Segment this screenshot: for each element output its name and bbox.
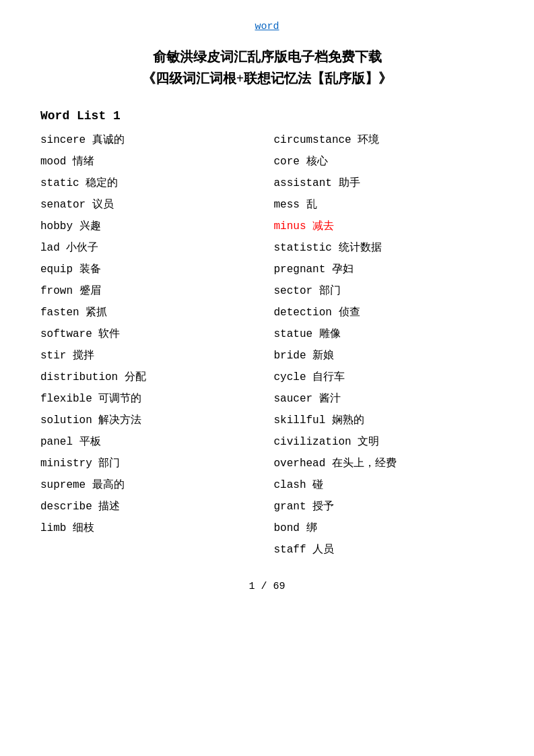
vocab-chinese: 搅拌 (73, 350, 94, 362)
vocab-chinese: 绑 (306, 522, 317, 534)
word-list-title: Word List 1 (40, 109, 494, 123)
vocab-english: solution (40, 414, 92, 427)
vocab-chinese: 碰 (312, 479, 323, 491)
vocab-chinese: 议员 (92, 199, 114, 211)
vocab-chinese: 人员 (312, 544, 334, 556)
vocab-english: minus (274, 220, 306, 232)
vocab-english: staff (274, 544, 306, 556)
vocab-item: saucer 酱汁 (274, 388, 494, 410)
vocab-english: statistic (274, 242, 332, 254)
vocab-item: supreme 最高的 (40, 474, 261, 496)
vocab-chinese: 自行车 (312, 371, 345, 383)
vocab-chinese: 统计数据 (339, 242, 382, 254)
vocab-item: senator 议员 (40, 194, 261, 216)
vocab-chinese: 平板 (79, 436, 101, 448)
vocab-chinese: 最高的 (92, 479, 125, 491)
vocab-english: saucer (274, 393, 313, 405)
vocab-english: ministry (40, 458, 92, 470)
vocab-english: assistant (274, 177, 332, 189)
vocab-item: bond 绑 (274, 517, 494, 539)
vocab-item: minus 减去 (274, 216, 494, 237)
vocab-item (40, 539, 261, 561)
vocab-chinese: 兴趣 (79, 220, 101, 232)
vocab-chinese: 核心 (306, 156, 328, 168)
vocab-item: bride 新娘 (274, 345, 494, 367)
vocab-item: assistant 助手 (274, 172, 494, 194)
vocab-item: describe 描述 (40, 496, 261, 517)
vocab-english: panel (40, 436, 73, 448)
vocab-item: limb 细枝 (40, 517, 261, 539)
vocab-english: bond (274, 522, 300, 534)
vocab-item: staff 人员 (274, 539, 494, 561)
vocab-chinese: 新娘 (312, 350, 334, 362)
vocab-chinese: 软件 (98, 328, 120, 340)
vocab-item: distribution 分配 (40, 367, 261, 388)
vocab-chinese: 解决方法 (98, 414, 141, 427)
vocab-english: civilization (274, 436, 352, 448)
vocab-english: clash (274, 479, 306, 491)
vocab-chinese: 真诚的 (92, 134, 125, 146)
vocab-item: detection 侦查 (274, 302, 494, 323)
title-block: 俞敏洪绿皮词汇乱序版电子档免费下载 《四级词汇词根+联想记忆法【乱序版】》 (40, 46, 494, 89)
vocab-item: clash 碰 (274, 474, 494, 496)
vocab-chinese: 减去 (312, 220, 334, 232)
vocab-item: grant 授予 (274, 496, 494, 517)
vocab-english: senator (40, 199, 86, 211)
vocab-item: lad 小伙子 (40, 237, 261, 259)
page-number: 1 / 69 (40, 581, 494, 592)
vocab-item: stir 搅拌 (40, 345, 261, 367)
vocab-item: flexible 可调节的 (40, 388, 261, 410)
vocab-item: hobby 兴趣 (40, 216, 261, 237)
vocab-english: skillful (274, 414, 326, 427)
vocab-chinese: 部门 (98, 458, 120, 470)
vocab-item: statue 雕像 (274, 323, 494, 345)
vocab-chinese: 蹙眉 (79, 285, 101, 297)
vocab-chinese: 紧抓 (86, 307, 107, 319)
vocab-item: fasten 紧抓 (40, 302, 261, 323)
vocab-item: statistic 统计数据 (274, 237, 494, 259)
vocab-english: core (274, 156, 300, 168)
word-link[interactable]: word (255, 21, 279, 32)
vocab-english: statue (274, 328, 313, 340)
vocab-english: hobby (40, 220, 73, 232)
vocab-item: frown 蹙眉 (40, 280, 261, 302)
vocab-chinese: 小伙子 (66, 242, 98, 254)
vocab-english: lad (40, 242, 60, 254)
vocab-english: sincere (40, 134, 86, 146)
vocab-chinese: 描述 (98, 501, 120, 513)
vocab-english: mood (40, 156, 66, 168)
vocab-chinese: 娴熟的 (332, 414, 364, 427)
vocab-chinese: 酱汁 (319, 393, 341, 405)
title-line1: 俞敏洪绿皮词汇乱序版电子档免费下载 (40, 46, 494, 67)
vocab-chinese: 分配 (125, 371, 146, 383)
vocab-english: limb (40, 522, 66, 534)
vocab-english: grant (274, 501, 306, 513)
vocab-english: describe (40, 501, 92, 513)
vocab-english: software (40, 328, 92, 340)
vocab-item: mess 乱 (274, 194, 494, 216)
vocab-item: pregnant 孕妇 (274, 259, 494, 280)
vocab-chinese: 雕像 (319, 328, 341, 340)
vocab-english: supreme (40, 479, 86, 491)
vocab-item: solution 解决方法 (40, 410, 261, 431)
vocab-english: pregnant (274, 263, 326, 276)
vocab-english: static (40, 177, 79, 189)
vocab-chinese: 侦查 (339, 307, 360, 319)
vocab-english: circumstance (274, 134, 352, 146)
top-link-area: word (40, 20, 494, 32)
vocab-chinese: 稳定的 (86, 177, 118, 189)
vocab-chinese: 细枝 (73, 522, 94, 534)
vocab-english: frown (40, 285, 73, 297)
vocab-chinese: 在头上，经费 (332, 458, 397, 470)
vocab-item: circumstance 环境 (274, 129, 494, 151)
vocab-grid: sincere 真诚的circumstance 环境mood 情绪core 核心… (40, 129, 494, 561)
vocab-item: equip 装备 (40, 259, 261, 280)
vocab-english: overhead (274, 458, 326, 470)
vocab-english: sector (274, 285, 313, 297)
vocab-chinese: 孕妇 (332, 263, 354, 276)
vocab-chinese: 授予 (312, 501, 334, 513)
vocab-chinese: 可调节的 (98, 393, 141, 405)
vocab-chinese: 助手 (339, 177, 360, 189)
vocab-item: software 软件 (40, 323, 261, 345)
vocab-english: detection (274, 307, 332, 319)
